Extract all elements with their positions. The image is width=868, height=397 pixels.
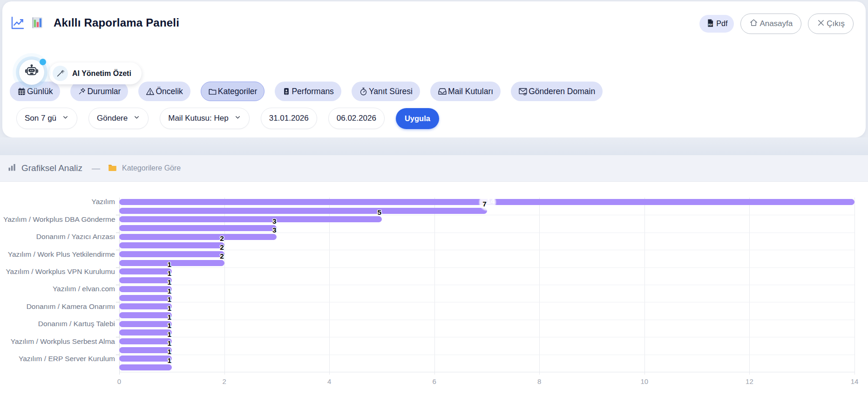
x-axis-tick: 2: [222, 377, 226, 385]
tab-kategoriler[interactable]: Kategoriler: [201, 82, 265, 101]
bar-value-label: 1: [167, 339, 171, 348]
bar-value-label: 2: [220, 234, 224, 243]
tab-label: Kategoriler: [218, 87, 258, 96]
y-axis-tick-mark: [116, 355, 119, 355]
bar-value-label: 1: [167, 260, 171, 269]
y-axis-tick-mark: [116, 250, 119, 250]
bar-donan-m-yaz-c-ar-zas-[interactable]: [119, 234, 277, 240]
y-axis-label: Donanım / Yazıcı Arızası: [3, 233, 115, 241]
pdf-button[interactable]: PDF Pdf: [699, 15, 734, 33]
bar-row-2[interactable]: [119, 208, 487, 214]
bar-value-label: 1: [167, 287, 171, 295]
y-axis-tick-mark: [116, 267, 119, 268]
tab-label: Gönderen Domain: [529, 87, 595, 96]
x-axis-tick: 6: [433, 377, 436, 385]
bar-row-10[interactable]: [119, 277, 172, 283]
bar-row-6[interactable]: [119, 242, 224, 248]
bar-value-label: 2: [220, 252, 224, 260]
background-band: [0, 137, 868, 155]
magic-wand-icon: [53, 66, 68, 81]
pin-icon: [78, 87, 86, 96]
bar-donan-m-kamera-onar-m-[interactable]: [119, 303, 172, 309]
bar-row-4[interactable]: [119, 225, 277, 231]
svg-text:@: @: [523, 92, 527, 96]
filter-bar: Son 7 gü Göndere Mail Kutusu: Hep 31.01.…: [16, 108, 439, 129]
section-subtitle: Kategorilere Göre: [122, 164, 181, 172]
bar-row-12[interactable]: [119, 295, 172, 301]
tab-mail-kutular-[interactable]: Mail Kutuları: [430, 82, 501, 101]
mailbox-select[interactable]: Mail Kutusu: Hep: [160, 108, 249, 129]
pdf-button-label: Pdf: [716, 20, 727, 28]
bar-value-label: 1: [167, 269, 171, 278]
y-axis-label: Yazılım / Work Plus Yetkilendirme: [3, 250, 115, 259]
ai-status-dot: [40, 59, 46, 65]
y-axis-tick-mark: [116, 337, 119, 337]
y-axis-label: Yazılım / Workplus VPN Kurulumu: [3, 267, 115, 276]
x-axis-tick: 8: [537, 377, 541, 385]
bar-row-16[interactable]: [119, 329, 172, 335]
home-button[interactable]: Anasayfa: [740, 14, 801, 34]
gridline-vertical: [539, 198, 540, 375]
bar-yaz-l-m-erp-server-kurulum[interactable]: [119, 356, 172, 362]
tab-durumlar[interactable]: Durumlar: [70, 82, 128, 101]
gridline-horizontal: [119, 302, 854, 302]
bar-yaz-l-m-elvan-com[interactable]: [119, 286, 172, 292]
apply-button[interactable]: Uygula: [396, 108, 439, 129]
tab-label: Öncelik: [156, 87, 183, 96]
gridline-horizontal: [119, 285, 854, 285]
gridline-horizontal: [119, 233, 854, 233]
bar-yaz-l-m-work-plus-yetkilendirme[interactable]: [119, 251, 224, 257]
sender-select[interactable]: Göndere: [88, 108, 149, 129]
x-axis-tick: 12: [746, 377, 753, 385]
header-actions: PDF Pdf Anasayfa: [699, 14, 854, 34]
logout-button[interactable]: Çıkış: [808, 14, 854, 34]
bar-yaz-l-m-workplus-serbest-alma[interactable]: [119, 338, 172, 344]
tab-yan-t-s-resi[interactable]: Yanıt Süresi: [352, 82, 420, 101]
y-axis-label: Yazılım / Workplus Serbest Alma: [3, 337, 115, 346]
y-axis-tick-mark: [116, 215, 119, 215]
tab--ncelik[interactable]: Öncelik: [138, 82, 190, 101]
bar-value-label: 3: [272, 217, 277, 226]
x-axis-baseline: [119, 372, 854, 372]
end-date-field[interactable]: 06.02.2026: [328, 108, 385, 129]
tab-g-nderen-domain[interactable]: @Gönderen Domain: [511, 82, 603, 101]
bar-yaz-l-m-workplus-dba-g-nderme[interactable]: [119, 216, 382, 222]
bar-value-label: 1: [167, 278, 171, 287]
stopwatch-icon: [359, 87, 368, 96]
bar-value-label: 1: [167, 313, 171, 322]
gridline-vertical: [854, 198, 855, 375]
bar-value-label: 7: [482, 200, 487, 208]
gridline-horizontal: [119, 215, 854, 215]
gridline-horizontal: [119, 267, 854, 268]
ai-assistant-button[interactable]: [19, 60, 44, 85]
section-title: Grafiksel Analiz: [21, 163, 82, 173]
bar-value-label: 3: [272, 226, 277, 234]
bar-row-14[interactable]: [119, 312, 172, 318]
sender-value: Göndere: [97, 114, 128, 123]
bar-yaz-l-m-workplus-vpn-kurulumu[interactable]: [119, 268, 172, 274]
report-tabs: GünlükDurumlarÖncelikKategorilerPerforma…: [10, 82, 603, 101]
bar-value-label: 1: [167, 330, 171, 339]
y-axis-label: Donanım / Kartuş Talebi: [3, 320, 115, 328]
bar-donan-m-kartu-talebi[interactable]: [119, 321, 172, 327]
gridline-vertical: [434, 198, 435, 375]
bar-row-20[interactable]: [119, 364, 172, 370]
bar-row-8[interactable]: [119, 260, 224, 266]
tab-performans[interactable]: Performans: [275, 82, 341, 101]
chevron-down-icon: [62, 114, 69, 123]
start-date-field[interactable]: 31.01.2026: [261, 108, 317, 129]
inbox-icon: [438, 87, 447, 96]
bar-value-label: 1: [167, 348, 171, 356]
tab-g-nl-k[interactable]: Günlük: [10, 82, 60, 101]
phone-user-icon: [282, 87, 291, 96]
ai-summary-button[interactable]: AI Yönetim Özeti: [49, 62, 142, 84]
end-date-value: 06.02.2026: [337, 114, 376, 123]
bar-row-18[interactable]: [119, 347, 172, 353]
date-range-value: Son 7 gü: [25, 114, 56, 123]
chart-card: 02468101214YazılımYazılım / Workplus DBA…: [0, 182, 868, 397]
bar-value-label: 2: [220, 243, 224, 252]
bar-value-label-overlay: 14: [487, 197, 495, 205]
date-range-select[interactable]: Son 7 gü: [16, 108, 77, 129]
gridline-horizontal: [119, 337, 854, 337]
y-axis-tick-mark: [116, 320, 119, 320]
